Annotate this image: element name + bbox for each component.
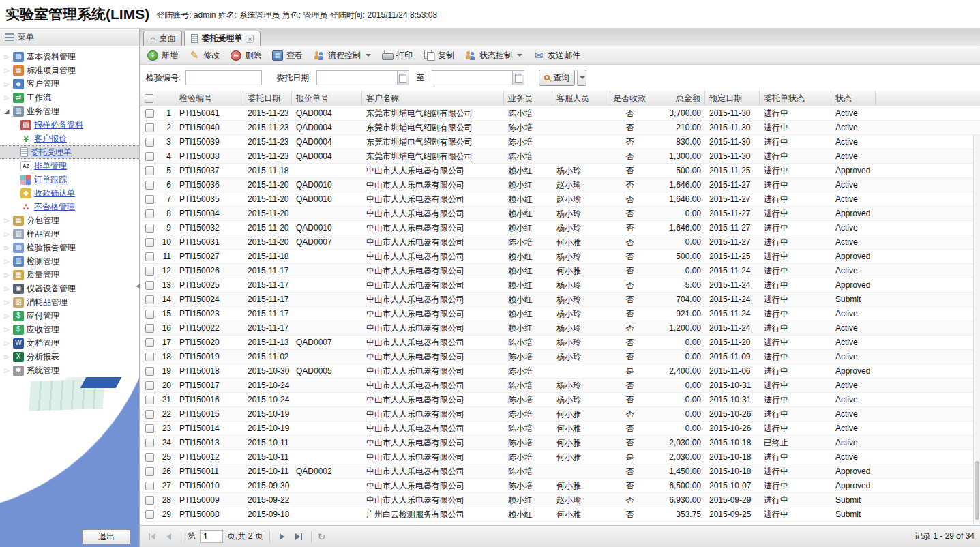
row-checkbox[interactable] <box>145 238 154 247</box>
sidebar-item-样品管理[interactable]: ▷▧样品管理 <box>0 227 139 241</box>
expand-arrow-icon[interactable]: ▷ <box>3 285 10 292</box>
search-dropdown-button[interactable] <box>577 70 586 86</box>
table-row[interactable]: 13PTI1500252015-11-17中山市人人乐电器有限公司赖小红杨小玲否… <box>140 278 980 293</box>
column-header-row_no[interactable] <box>158 91 175 106</box>
toolbar-button-修改[interactable]: 修改 <box>189 50 220 61</box>
sidebar-item-系统管理[interactable]: ▷✱系统管理 <box>0 364 139 377</box>
row-checkbox[interactable] <box>145 195 154 204</box>
sidebar-item-标准项目管理[interactable]: ▷▦标准项目管理 <box>0 63 139 77</box>
column-header-customer[interactable]: 客户名称 <box>362 91 504 106</box>
sidebar-item-收款确认单[interactable]: ◆收款确认单 <box>0 186 139 200</box>
expand-arrow-icon[interactable]: ▷ <box>3 258 10 265</box>
table-row[interactable]: 14PTI1500242015-11-17中山市人人乐电器有限公司赖小红杨小玲否… <box>140 293 980 307</box>
table-row[interactable]: 16PTI1500222015-11-17中山市人人乐电器有限公司赖小红杨小玲否… <box>140 321 980 336</box>
sidebar-item-质量管理[interactable]: ▷▦质量管理 <box>0 268 139 282</box>
table-row[interactable]: 10PTI1500312015-11-20QAD0007中山市人人乐电器有限公司… <box>140 235 980 250</box>
row-checkbox[interactable] <box>145 482 154 490</box>
toolbar-button-打印[interactable]: 打印 <box>382 50 413 61</box>
table-row[interactable]: 2PTI1500402015-11-23QAD0004东莞市圳埔电气绍剧有限公司… <box>140 121 980 135</box>
expand-arrow-icon[interactable]: ▷ <box>3 271 10 278</box>
table-row[interactable]: 4PTI1500382015-11-23QAD0004东莞市圳埔电气绍剧有限公司… <box>140 149 980 164</box>
column-header-service_rep[interactable]: 客服人员 <box>552 91 610 106</box>
toolbar-button-查看[interactable]: 查看 <box>272 50 303 61</box>
column-header-status[interactable]: 状态 <box>831 91 876 106</box>
table-row[interactable]: 27PTI1500102015-09-30中山市人人乐电器有限公司陈小培何小雅否… <box>140 479 980 493</box>
column-header-order_status[interactable]: 委托单状态 <box>760 91 831 106</box>
table-row[interactable]: 17PTI1500202015-11-13QAD0007中山市人人乐电器有限公司… <box>140 336 980 350</box>
column-header-due_date[interactable]: 预定日期 <box>705 91 760 106</box>
toolbar-button-发送邮件[interactable]: 发送邮件 <box>533 50 580 61</box>
row-checkbox[interactable] <box>145 209 154 218</box>
row-checkbox[interactable] <box>145 396 154 404</box>
select-all-checkbox[interactable] <box>145 94 153 103</box>
sidebar-item-工作流[interactable]: ▷⇄工作流 <box>0 91 139 104</box>
column-header-paid[interactable]: 是否收款 <box>610 91 649 106</box>
tab-委托受理单[interactable]: 委托受理单× <box>184 31 261 46</box>
table-row[interactable]: 23PTI1500142015-10-19中山市人人乐电器有限公司陈小培何小雅否… <box>140 422 980 436</box>
inspection-no-input[interactable] <box>185 70 262 85</box>
expand-arrow-icon[interactable]: ▷ <box>3 231 10 237</box>
row-checkbox[interactable] <box>145 166 154 175</box>
sidebar-item-分包管理[interactable]: ▷▦分包管理 <box>0 213 139 227</box>
row-checkbox[interactable] <box>145 324 154 333</box>
table-row[interactable]: 9PTI1500322015-11-20QAD0010中山市人人乐电器有限公司赖… <box>140 221 980 235</box>
column-header-checkbox[interactable] <box>140 91 158 106</box>
table-row[interactable]: 5PTI1500372015-11-18中山市人人乐电器有限公司赖小红杨小玲否5… <box>140 164 980 178</box>
logout-button[interactable]: 退出 <box>82 529 131 544</box>
sidebar-item-客户报价[interactable]: ¥客户报价 <box>0 132 139 145</box>
row-checkbox[interactable] <box>145 181 154 190</box>
table-row[interactable]: 22PTI1500152015-10-19中山市人人乐电器有限公司陈小培何小雅否… <box>140 407 980 422</box>
sidebar-item-订单跟踪[interactable]: 订单跟踪 <box>0 173 139 186</box>
toolbar-button-状态控制[interactable]: 状态控制 <box>465 50 522 61</box>
row-checkbox[interactable] <box>145 367 154 376</box>
sidebar-item-检验报告管理[interactable]: ▷▤检验报告管理 <box>0 241 139 254</box>
vertical-scrollbar[interactable] <box>973 135 980 524</box>
sidebar-item-基本资料管理[interactable]: ▷▤基本资料管理 <box>0 50 139 63</box>
expand-arrow-icon[interactable]: ▷ <box>3 299 10 306</box>
prev-page-button[interactable] <box>162 531 175 543</box>
row-checkbox[interactable] <box>145 123 154 132</box>
row-checkbox[interactable] <box>145 138 154 147</box>
table-row[interactable]: 18PTI1500192015-11-02中山市人人乐电器有限公司陈小培杨小玲否… <box>140 350 980 364</box>
sidebar-item-仪器设备管理[interactable]: ▷◉仪器设备管理 <box>0 282 139 295</box>
column-header-amount[interactable]: 总金额 <box>649 91 705 106</box>
table-row[interactable]: 11PTI1500272015-11-18中山市人人乐电器有限公司赖小红杨小玲否… <box>140 250 980 264</box>
expand-arrow-icon[interactable]: ▷ <box>3 94 10 101</box>
row-checkbox[interactable] <box>145 109 154 118</box>
tab-桌面[interactable]: ⌂桌面 <box>143 31 182 46</box>
calendar-trigger-icon[interactable] <box>397 70 409 85</box>
table-row[interactable]: 29PTI1500082015-09-18广州白云检测服务有限公司赖小红何小雅否… <box>140 507 980 522</box>
row-checkbox[interactable] <box>145 410 154 419</box>
row-checkbox[interactable] <box>145 310 154 319</box>
expand-arrow-icon[interactable]: ▷ <box>3 53 10 60</box>
column-header-code[interactable]: 检验编号 <box>175 91 243 106</box>
sidebar-item-客户管理[interactable]: ▷☻客户管理 <box>0 77 139 91</box>
table-row[interactable]: 8PTI1500342015-11-20中山市人人乐电器有限公司赖小红杨小玲否0… <box>140 207 980 221</box>
table-row[interactable]: 28PTI1500092015-09-22中山市人人乐电器有限公司赖小红赵小瑜否… <box>140 493 980 507</box>
sidebar-item-消耗品管理[interactable]: ▷▧消耗品管理 <box>0 295 139 309</box>
sidebar-item-检测管理[interactable]: ▷▥检测管理 <box>0 254 139 268</box>
sidebar-item-不合格管理[interactable]: ∴不合格管理 <box>0 200 139 213</box>
toolbar-button-复制[interactable]: 复制 <box>424 50 454 61</box>
toolbar-button-流程控制[interactable]: 流程控制 <box>314 50 371 61</box>
sidebar-item-文档管理[interactable]: ▷W文档管理 <box>0 336 139 350</box>
calendar-trigger-icon[interactable] <box>512 70 524 85</box>
table-row[interactable]: 26PTI1500112015-10-11QAD0002中山市人人乐电器有限公司… <box>140 464 980 479</box>
refresh-icon[interactable]: ↻ <box>318 532 326 542</box>
table-row[interactable]: 1PTI1500412015-11-23QAD0004东莞市圳埔电气绍剧有限公司… <box>140 106 980 121</box>
row-checkbox[interactable] <box>145 295 154 304</box>
row-checkbox[interactable] <box>145 152 154 161</box>
sidebar-item-委托受理单[interactable]: 委托受理单 <box>0 145 139 159</box>
expand-arrow-icon[interactable]: ▷ <box>3 353 10 360</box>
column-header-salesperson[interactable]: 业务员 <box>504 91 552 106</box>
table-row[interactable]: 21PTI1500162015-10-24中山市人人乐电器有限公司陈小培杨小玲否… <box>140 393 980 407</box>
expand-arrow-icon[interactable]: ▷ <box>3 217 10 224</box>
table-row[interactable]: 6PTI1500362015-11-20QAD0010中山市人人乐电器有限公司赖… <box>140 178 980 192</box>
expand-arrow-icon[interactable]: ◢ <box>3 108 10 115</box>
table-row[interactable]: 25PTI1500122015-10-11中山市人人乐电器有限公司陈小培何小雅是… <box>140 450 980 464</box>
row-checkbox[interactable] <box>145 267 154 276</box>
date-to-input[interactable] <box>432 70 512 85</box>
scrollbar-thumb[interactable] <box>975 461 979 520</box>
search-button[interactable]: 查询 <box>539 70 575 86</box>
sidebar-item-应付管理[interactable]: ▷$应付管理 <box>0 309 139 323</box>
